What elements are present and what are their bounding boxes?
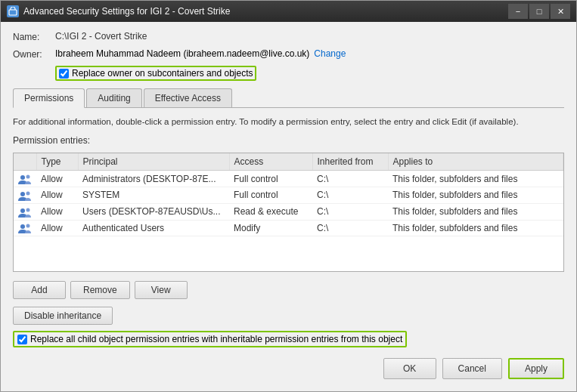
main-window: Advanced Security Settings for IGI 2 - C… — [0, 0, 577, 392]
final-buttons-row: OK Cancel Apply — [13, 358, 564, 382]
row-principal: Authenticated Users — [78, 220, 229, 236]
row-principal: Administrators (DESKTOP-87E... — [78, 171, 229, 187]
change-owner-link[interactable]: Change — [314, 48, 346, 59]
cancel-button[interactable]: Cancel — [442, 358, 502, 379]
disable-inheritance-button[interactable]: Disable inheritance — [13, 307, 113, 325]
title-bar: Advanced Security Settings for IGI 2 - C… — [1, 1, 576, 22]
tab-permissions[interactable]: Permissions — [13, 88, 85, 108]
row-applies-to: This folder, subfolders and files — [388, 171, 563, 187]
owner-value-row: Ibraheem Muhammad Nadeem (ibraheem.nadee… — [55, 48, 346, 59]
col-header-applies: Applies to — [388, 153, 563, 171]
col-header-inherited: Inherited from — [312, 153, 388, 171]
ok-button[interactable]: OK — [383, 358, 436, 379]
row-principal: SYSTEM — [78, 187, 229, 203]
close-button[interactable]: ✕ — [551, 4, 570, 19]
row-type: Allow — [36, 171, 78, 187]
name-row: Name: C:\IGI 2 - Covert Strike — [13, 31, 564, 42]
info-text: For additional information, double-click… — [13, 116, 564, 128]
permissions-table: Type Principal Access Inherited from App… — [14, 153, 563, 236]
table-row[interactable]: AllowAuthenticated UsersModifyC:\This fo… — [14, 220, 563, 236]
row-access: Modify — [229, 220, 312, 236]
tab-effective-access[interactable]: Effective Access — [144, 88, 232, 107]
user-icon-cell — [14, 171, 36, 187]
replace-child-checkbox[interactable] — [17, 335, 27, 344]
table-header-row: Type Principal Access Inherited from App… — [14, 153, 563, 171]
row-inherited-from: C:\ — [312, 220, 388, 236]
owner-value: Ibraheem Muhammad Nadeem (ibraheem.nadee… — [55, 48, 309, 59]
action-buttons-row: Add Remove View — [13, 281, 564, 299]
user-icon-cell — [14, 187, 36, 203]
row-access: Read & execute — [229, 203, 312, 220]
col-header-principal: Principal — [78, 153, 229, 171]
replace-child-label: Replace all child object permission entr… — [30, 334, 402, 344]
name-value: C:\IGI 2 - Covert Strike — [55, 31, 564, 42]
table-row[interactable]: AllowAdministrators (DESKTOP-87E...Full … — [14, 171, 563, 187]
row-applies-to: This folder, subfolders and files — [388, 220, 563, 236]
user-icon-cell — [14, 220, 36, 236]
row-inherited-from: C:\ — [312, 171, 388, 187]
svg-point-2 — [26, 174, 30, 178]
svg-point-5 — [20, 208, 25, 213]
svg-point-6 — [26, 208, 30, 211]
maximize-button[interactable]: □ — [529, 4, 549, 19]
window-content: Name: C:\IGI 2 - Covert Strike Owner: Ib… — [1, 22, 576, 391]
window-icon — [7, 5, 19, 17]
minimize-button[interactable]: − — [508, 4, 528, 19]
replace-owner-label: Replace owner on subcontainers and objec… — [72, 68, 253, 79]
replace-owner-highlight: Replace owner on subcontainers and objec… — [55, 66, 256, 81]
col-header-type — [14, 153, 36, 171]
permissions-table-container: Type Principal Access Inherited from App… — [13, 153, 564, 272]
row-type: Allow — [36, 220, 78, 236]
row-type: Allow — [36, 187, 78, 203]
apply-button[interactable]: Apply — [508, 358, 564, 379]
svg-point-4 — [26, 191, 30, 195]
row-principal: Users (DESKTOP-87EAUSD\Us... — [78, 203, 229, 220]
replace-owner-checkbox[interactable] — [59, 69, 69, 79]
add-button[interactable]: Add — [13, 281, 66, 299]
user-icon-cell — [14, 203, 36, 220]
bottom-checkbox-row: Replace all child object permission entr… — [13, 331, 564, 347]
svg-point-7 — [20, 224, 25, 229]
tab-auditing[interactable]: Auditing — [86, 88, 141, 107]
owner-label: Owner: — [13, 48, 49, 60]
table-row[interactable]: AllowSYSTEMFull controlC:\This folder, s… — [14, 187, 563, 203]
disable-inheritance-row: Disable inheritance — [13, 307, 564, 325]
row-type: Allow — [36, 203, 78, 220]
replace-child-highlight: Replace all child object permission entr… — [13, 331, 407, 347]
svg-point-3 — [20, 192, 25, 196]
owner-row: Owner: Ibraheem Muhammad Nadeem (ibrahee… — [13, 48, 564, 60]
replace-owner-checkbox-row: Replace owner on subcontainers and objec… — [55, 66, 564, 81]
remove-button[interactable]: Remove — [70, 281, 130, 299]
svg-point-8 — [26, 224, 30, 228]
svg-point-1 — [20, 175, 25, 180]
row-applies-to: This folder, subfolders and files — [388, 203, 563, 220]
svg-rect-0 — [9, 10, 17, 15]
window-controls: − □ ✕ — [508, 4, 570, 19]
row-access: Full control — [229, 187, 312, 203]
row-access: Full control — [229, 171, 312, 187]
col-header-type-text: Type — [36, 153, 78, 171]
row-inherited-from: C:\ — [312, 203, 388, 220]
window-title: Advanced Security Settings for IGI 2 - C… — [23, 6, 508, 17]
table-row[interactable]: AllowUsers (DESKTOP-87EAUSD\Us...Read & … — [14, 203, 563, 220]
row-applies-to: This folder, subfolders and files — [388, 187, 563, 203]
tabs-container: Permissions Auditing Effective Access — [13, 88, 564, 108]
view-button[interactable]: View — [135, 281, 188, 299]
col-header-access: Access — [229, 153, 312, 171]
row-inherited-from: C:\ — [312, 187, 388, 203]
entries-label: Permission entries: — [13, 135, 564, 146]
name-label: Name: — [13, 31, 49, 42]
